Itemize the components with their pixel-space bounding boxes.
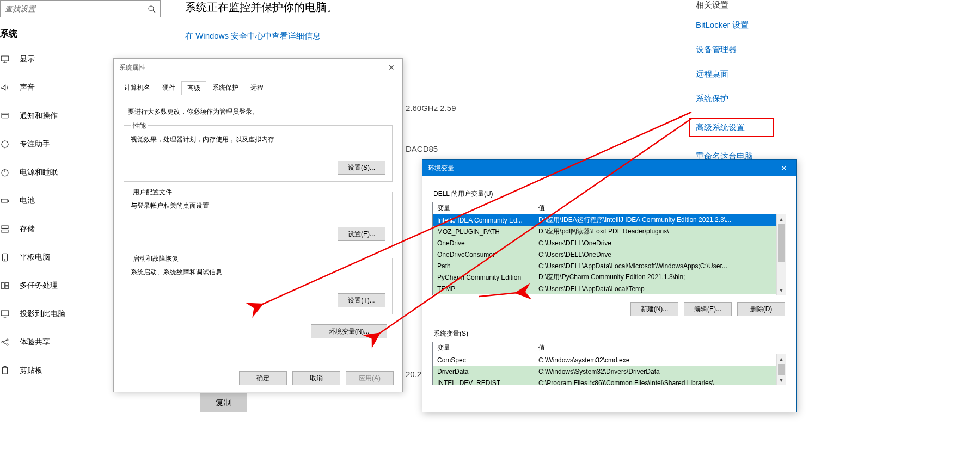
- table-row[interactable]: OneDriveC:\Users\DELL\OneDrive: [433, 237, 786, 249]
- performance-desc: 视觉效果，处理器计划，内存使用，以及虚拟内存: [131, 135, 385, 144]
- svg-point-0: [149, 6, 154, 11]
- sidebar-item-label: 通知和操作: [20, 111, 58, 121]
- delete-button[interactable]: 删除(D): [737, 302, 785, 316]
- startup-settings-button[interactable]: 设置(T)...: [338, 293, 385, 307]
- edit-button[interactable]: 编辑(E)...: [684, 302, 732, 316]
- column-variable[interactable]: 变量: [433, 203, 534, 213]
- dialog-footer: 确定 取消 应用(A): [239, 371, 394, 385]
- userprofile-group: 用户配置文件 与登录帐户相关的桌面设置 设置(E)...: [124, 192, 393, 248]
- table-row[interactable]: PyCharm Community EditionD:\应用\PyCharm C…: [433, 271, 786, 283]
- sidebar-item-label: 电源和睡眠: [20, 168, 58, 177]
- var-name: PyCharm Community Edition: [433, 274, 534, 281]
- table-row[interactable]: PathC:\Users\DELL\AppData\Local\Microsof…: [433, 260, 786, 271]
- svg-rect-13: [2, 230, 8, 233]
- svg-rect-2: [1, 56, 9, 61]
- env-titlebar[interactable]: 环境变量: [422, 160, 796, 176]
- sidebar-item-label: 投影到此电脑: [20, 309, 65, 319]
- svg-rect-17: [5, 283, 9, 286]
- related-link-3[interactable]: 系统保护: [696, 94, 774, 104]
- new-button[interactable]: 新建(N)...: [630, 302, 678, 316]
- focus-icon: [0, 139, 10, 149]
- userprofile-settings-button[interactable]: 设置(E)...: [338, 227, 385, 241]
- table-row[interactable]: INTEL_DEV_REDISTC:\Program Files (x86)\C…: [433, 377, 786, 385]
- var-name: TEMP: [433, 285, 534, 293]
- userprofile-desc: 与登录帐户相关的桌面设置: [131, 201, 385, 211]
- ok-button[interactable]: 确定: [239, 371, 287, 385]
- table-row[interactable]: OneDriveConsumerC:\Users\DELL\OneDrive: [433, 249, 786, 260]
- svg-point-7: [2, 141, 8, 147]
- table-row[interactable]: ComSpecC:\Windows\system32\cmd.exe: [433, 354, 786, 366]
- user-vars-buttons: 新建(N)... 编辑(E)... 删除(D): [422, 302, 785, 316]
- apply-button[interactable]: 应用(A): [346, 371, 394, 385]
- user-vars-table[interactable]: 变量 值 IntelliJ IDEA Community Ed...D:\应用\…: [432, 202, 786, 295]
- scroll-down-icon[interactable]: ▼: [777, 286, 786, 295]
- var-value: C:\Users\DELL\AppData\Local\Microsoft\Wi…: [534, 262, 786, 270]
- storage-icon: [0, 224, 10, 234]
- tab-硬件[interactable]: 硬件: [156, 81, 181, 95]
- related-link-0[interactable]: BitLocker 设置: [696, 20, 774, 30]
- startup-desc: 系统启动、系统故障和调试信息: [131, 268, 385, 277]
- env-close-button[interactable]: ✕: [772, 160, 796, 176]
- multitask-icon: [0, 281, 10, 291]
- var-value: C:\Program Files (x86)\Common Files\Inte…: [534, 379, 786, 386]
- scroll-up-icon[interactable]: ▲: [777, 354, 786, 363]
- svg-point-22: [7, 344, 8, 345]
- scroll-up-icon[interactable]: ▲: [777, 214, 786, 224]
- sidebar-item-label: 多任务处理: [20, 281, 58, 291]
- tabs: 计算机名硬件高级系统保护远程: [118, 81, 398, 95]
- table-header: 变量 值: [433, 342, 786, 354]
- dialog-titlebar[interactable]: 系统属性: [114, 59, 402, 76]
- table-row[interactable]: DriverDataC:\Windows\System32\Drivers\Dr…: [433, 366, 786, 377]
- sidebar-item-label: 声音: [20, 83, 35, 92]
- var-name: OneDriveConsumer: [433, 251, 534, 258]
- sidebar-item-label: 电池: [20, 196, 35, 206]
- cancel-button[interactable]: 取消: [292, 371, 340, 385]
- scrollbar[interactable]: ▲ ▼: [776, 354, 786, 385]
- copy-button[interactable]: 复制: [200, 393, 247, 412]
- related-link-1[interactable]: 设备管理器: [696, 45, 774, 55]
- column-value[interactable]: 值: [534, 343, 786, 353]
- main-content: 系统正在监控并保护你的电脑。 在 Windows 安全中心中查看详细信息: [185, 0, 980, 41]
- column-value[interactable]: 值: [534, 203, 786, 213]
- environment-variables-dialog: 环境变量 ✕ DELL 的用户变量(U) 变量 值 IntelliJ IDEA …: [422, 159, 797, 412]
- dialog-body: 要进行大多数更改，你必须作为管理员登录。 性能 视觉效果，处理器计划，内存使用，…: [114, 95, 402, 346]
- table-row[interactable]: IntelliJ IDEA Community Ed...D:\应用\IDEA运…: [433, 214, 786, 226]
- svg-rect-5: [2, 113, 8, 118]
- version-fragment: 20.2: [406, 369, 421, 379]
- related-link-4[interactable]: 高级系统设置: [689, 118, 774, 137]
- sys-vars-table[interactable]: 变量 值 ComSpecC:\Windows\system32\cmd.exeD…: [432, 342, 786, 385]
- tab-远程[interactable]: 远程: [244, 81, 270, 95]
- related-link-2[interactable]: 远程桌面: [696, 69, 774, 79]
- tab-系统保护[interactable]: 系统保护: [206, 81, 244, 95]
- tab-高级[interactable]: 高级: [181, 81, 206, 95]
- var-value: C:\Users\DELL\OneDrive: [534, 251, 786, 258]
- performance-legend: 性能: [131, 121, 148, 131]
- scrollbar[interactable]: ▲ ▼: [776, 214, 786, 295]
- sidebar-item-label: 显示: [20, 54, 35, 64]
- column-variable[interactable]: 变量: [433, 343, 534, 353]
- close-button[interactable]: ✕: [384, 61, 399, 74]
- table-row[interactable]: MOZ_PLUGIN_PATHD:\应用\pdf阅读器\Foxit PDF Re…: [433, 226, 786, 237]
- security-center-link[interactable]: 在 Windows 安全中心中查看详细信息: [185, 31, 980, 41]
- sidebar-item-label: 平板电脑: [20, 252, 50, 262]
- tablet-icon: [0, 252, 10, 262]
- table-row[interactable]: TEMPC:\Users\DELL\AppData\Local\Temp: [433, 283, 786, 294]
- project-icon: [0, 309, 10, 319]
- search-box[interactable]: [0, 0, 161, 17]
- environment-variables-button[interactable]: 环境变量(N)...: [311, 324, 387, 338]
- admin-note: 要进行大多数更改，你必须作为管理员登录。: [128, 107, 393, 116]
- close-icon: ✕: [388, 63, 395, 72]
- var-value: D:\应用\PyCharm Community Edition 2021.1.3…: [534, 273, 786, 282]
- scroll-down-icon[interactable]: ▼: [777, 375, 786, 385]
- related-title: 相关设置: [696, 0, 774, 10]
- svg-rect-11: [8, 200, 9, 202]
- system-properties-dialog: 系统属性 ✕ 计算机名硬件高级系统保护远程 要进行大多数更改，你必须作为管理员登…: [113, 58, 403, 392]
- svg-rect-16: [1, 283, 4, 289]
- scroll-thumb[interactable]: [778, 224, 785, 262]
- search-input[interactable]: [5, 4, 147, 13]
- performance-settings-button[interactable]: 设置(S)...: [338, 161, 385, 175]
- tab-计算机名[interactable]: 计算机名: [118, 81, 156, 95]
- svg-rect-12: [2, 226, 8, 229]
- battery-icon: [0, 196, 10, 206]
- notifications-icon: [0, 111, 10, 121]
